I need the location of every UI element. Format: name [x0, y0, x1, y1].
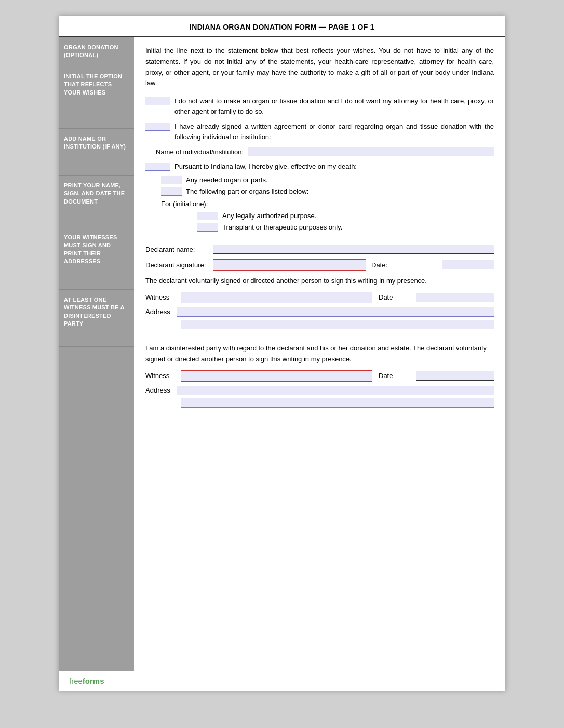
give-line: Pursuant to Indiana law, I hereby give, …: [145, 161, 494, 171]
initial-line-1: [145, 97, 170, 105]
page-title: INDIANA ORGAN DONATION FORM — PAGE 1 OF …: [59, 16, 505, 37]
witness-2-row: Witness Date: [145, 370, 494, 382]
address-2-cont-wrapper: [181, 398, 494, 408]
option-2-block: I have already signed a written agreemen…: [145, 122, 494, 142]
option-1-text: I do not want to make an organ or tissue…: [174, 96, 494, 116]
witness-2-date-input[interactable]: [416, 371, 494, 381]
institution-line: Name of individual/institution:: [156, 147, 494, 156]
initial-line-p1: [197, 212, 218, 220]
intro-paragraph: Initial the line next to the statement b…: [145, 46, 494, 89]
sub-option-2-line: The following part or organs listed belo…: [161, 186, 494, 196]
declarant-section: Declarant name: Declarant signature: Dat…: [145, 239, 494, 271]
initial-line-sub2: [161, 187, 182, 196]
address-2-row: Address: [145, 386, 494, 395]
address-2-input[interactable]: [177, 386, 494, 395]
sidebar: ORGAN DONATION (OPTIONAL) INITIAL THE OP…: [59, 37, 134, 671]
institution-input[interactable]: [248, 147, 494, 156]
address-1-input[interactable]: [177, 307, 494, 317]
declarant-date-input[interactable]: [442, 260, 494, 269]
option-2-text: I have already signed a written agreemen…: [174, 122, 494, 142]
brand-free: free: [69, 677, 83, 685]
initial-line-2: [145, 123, 170, 131]
sub-option-2-text: The following part or organs listed belo…: [186, 187, 308, 195]
sidebar-section-2: INITIAL THE OPTION THAT REFLECTS YOUR WI…: [59, 66, 134, 129]
address-1-cont-wrapper: [181, 320, 494, 329]
content-area: ORGAN DONATION (OPTIONAL) INITIAL THE OP…: [59, 37, 505, 671]
page-wrapper: INDIANA ORGAN DONATION FORM — PAGE 1 OF …: [59, 16, 505, 691]
initial-line-3: [145, 163, 170, 171]
sub-option-1-text: Any needed organ or parts.: [186, 176, 268, 184]
disinterested-intro-text: I am a disinterested party with regard t…: [145, 343, 494, 365]
sidebar-section-4: PRINT YOUR NAME, SIGN, AND DATE THE DOCU…: [59, 176, 134, 227]
witness-1-date-input[interactable]: [416, 293, 494, 302]
declarant-sig-label: Declarant signature:: [145, 261, 213, 269]
sidebar-section-1: ORGAN DONATION (OPTIONAL): [59, 37, 134, 66]
address-1-label: Address: [145, 308, 177, 316]
sidebar-section-5: YOUR WITNESSES MUST SIGN AND PRINT THEIR…: [59, 227, 134, 290]
option-1-block: I do not want to make an organ or tissue…: [145, 96, 494, 116]
sub-option-1-line: Any needed organ or parts.: [161, 175, 494, 184]
footer: freeforms: [59, 671, 505, 691]
sidebar-section-6: AT LEAST ONE WITNESS MUST BE A DISINTERE…: [59, 290, 134, 347]
address-2-label: Address: [145, 386, 177, 394]
declarant-sig-input[interactable]: [213, 259, 366, 271]
sidebar-spacer: [59, 347, 134, 671]
purpose-options: Any legally authorized purpose. Transpla…: [197, 211, 494, 232]
option-2-line: I have already signed a written agreemen…: [145, 122, 494, 142]
declarant-name-input[interactable]: [213, 245, 494, 254]
declarant-name-row: Declarant name:: [145, 245, 494, 254]
brand-forms: forms: [83, 677, 104, 685]
initial-line-p2: [197, 223, 218, 232]
brand-logo: freeforms: [69, 677, 104, 685]
date-2-label: Date: [379, 293, 410, 301]
witness-section-1: The declarant voluntarily signed or dire…: [145, 276, 494, 329]
purpose-1-text: Any legally authorized purpose.: [222, 212, 316, 220]
address-1-row: Address: [145, 307, 494, 317]
purpose-2-line: Transplant or therapeutic purposes only.: [197, 222, 494, 232]
date-3-label: Date: [379, 372, 410, 380]
purpose-1-line: Any legally authorized purpose.: [197, 211, 494, 220]
option-1-line: I do not want to make an organ or tissue…: [145, 96, 494, 116]
sidebar-section-3: ADD NAME OR INSTITUTION (IF ANY): [59, 129, 134, 176]
main-content: Initial the line next to the statement b…: [134, 37, 505, 671]
address-2-cont-input[interactable]: [181, 398, 494, 408]
option-3-text: Pursuant to Indiana law, I hereby give, …: [174, 163, 357, 170]
witness-2-label: Witness: [145, 372, 177, 380]
for-initial-label: For (initial one):: [161, 200, 494, 208]
witness-1-row: Witness Date: [145, 292, 494, 303]
give-block: Pursuant to Indiana law, I hereby give, …: [145, 161, 494, 171]
initial-line-sub1: [161, 176, 182, 184]
witness-1-input[interactable]: [181, 292, 372, 303]
witness-2-input[interactable]: [181, 370, 372, 382]
sub-options: Any needed organ or parts. The following…: [161, 175, 494, 196]
address-1-cont-input[interactable]: [181, 320, 494, 329]
witness-1-label: Witness: [145, 293, 177, 301]
institution-label: Name of individual/institution:: [156, 148, 244, 156]
declarant-name-label: Declarant name:: [145, 246, 213, 253]
declarant-sig-row: Declarant signature: Date:: [145, 259, 494, 271]
disinterested-section: I am a disinterested party with regard t…: [145, 338, 494, 408]
purpose-2-text: Transplant or therapeutic purposes only.: [222, 223, 342, 231]
witness-intro-text: The declarant voluntarily signed or dire…: [145, 276, 494, 287]
date-label: Date:: [371, 261, 439, 269]
